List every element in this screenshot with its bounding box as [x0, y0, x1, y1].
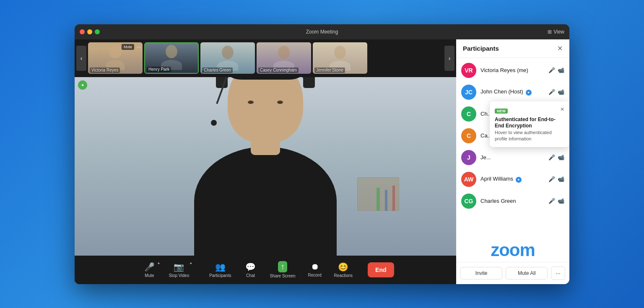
- tooltip-title: Authenticated for End-to-End Encryption: [495, 116, 564, 129]
- stop-video-label: Stop Video: [169, 273, 189, 278]
- mute-all-button[interactable]: Mute All: [506, 267, 548, 280]
- more-options-victoria[interactable]: ···: [137, 44, 141, 50]
- close-panel-button[interactable]: ✕: [557, 44, 563, 52]
- toolbar: 🎤 Mute ▲ 📷 Stop Video ▲ 👥 Participants 💬…: [75, 256, 456, 284]
- speaker-silhouette: [177, 77, 353, 256]
- thumbnail-name-victoria: Victoria Reyes: [90, 67, 120, 73]
- title-bar: Zoom Meeting ⊞ View: [75, 24, 569, 39]
- participant-item-victoria[interactable]: VR Victoria Reyes (me) 🎤 📹: [456, 60, 569, 81]
- participant-icons-charles: 🎤 📹: [548, 198, 564, 204]
- view-label: View: [553, 29, 564, 35]
- panel-title: Participants: [463, 45, 499, 52]
- mic-icon-je: 🎤: [548, 154, 555, 160]
- participant-name-april: April Williams ●: [480, 176, 544, 183]
- participant-icons-john: 🎤 📹: [548, 89, 564, 95]
- zoom-logo-area: zoom: [456, 236, 569, 262]
- participant-item-april[interactable]: AW April Williams ● 🎤 📹: [456, 168, 569, 190]
- encryption-tooltip: NEW ✕ Authenticated for End-to-End Encry…: [490, 101, 569, 148]
- stop-video-button[interactable]: 📷 Stop Video ▲: [164, 259, 194, 280]
- thumbnail-casey-cunningham[interactable]: Casey Cunningham: [257, 42, 311, 74]
- thumbnail-charles-green[interactable]: 🎤 Charles Green: [200, 42, 255, 74]
- thumbnail-name-charles: Charles Green: [202, 67, 233, 73]
- chat-label: Chat: [246, 273, 255, 278]
- chat-button[interactable]: 💬 Chat: [238, 259, 263, 280]
- thumbnail-name-jennifer: Jennifer Stone: [314, 67, 345, 73]
- mic-icon-victoria: 🎤: [548, 67, 555, 73]
- participant-item-john[interactable]: JC John Chen (Host) ● 🎤 📹: [456, 81, 569, 103]
- strip-next-button[interactable]: ›: [444, 46, 454, 71]
- reactions-button[interactable]: 😊 Reactions: [329, 259, 358, 280]
- cam-icon-victoria: 📹: [558, 67, 564, 73]
- reactions-label: Reactions: [334, 273, 353, 278]
- panel-footer: Invite Mute All ···: [456, 262, 569, 284]
- avatar-ch: C: [461, 106, 476, 122]
- tooltip-header-left: NEW: [495, 106, 508, 114]
- reactions-icon: 😊: [338, 262, 348, 272]
- thumbnail-victoria-reyes[interactable]: Mute ··· Victoria Reyes: [88, 42, 143, 74]
- mic-icon-april: 🎤: [548, 176, 555, 182]
- thumbnail-henry-park[interactable]: Henry Park: [144, 42, 199, 74]
- avatar-charles: CG: [461, 194, 476, 209]
- thumbnail-jennifer-stone[interactable]: Jennifer Stone: [313, 42, 367, 74]
- share-screen-label: Share Screen: [270, 274, 295, 278]
- main-speaker-video: ●: [75, 77, 456, 256]
- participant-name-je: Je...: [480, 154, 544, 160]
- camera-icon: 📷: [174, 262, 184, 272]
- cam-icon-je: 📹: [558, 154, 564, 160]
- record-icon: ⏺: [311, 262, 319, 272]
- maximize-window-button[interactable]: [95, 29, 100, 34]
- microphone-icon: 🎤: [144, 262, 155, 272]
- close-window-button[interactable]: [80, 29, 85, 34]
- avatar-ca: C: [461, 128, 476, 143]
- thumbnail-name-henry: Henry Park: [147, 67, 171, 72]
- main-content: ‹ Mute ··· Victoria Reyes: [75, 39, 569, 284]
- participant-icons-je: 🎤 📹: [548, 154, 564, 160]
- mute-label: Mute: [145, 273, 154, 278]
- share-screen-icon: ↑: [278, 261, 287, 272]
- end-meeting-button[interactable]: End: [368, 262, 394, 277]
- invite-button[interactable]: Invite: [460, 267, 502, 280]
- share-screen-button[interactable]: ↑ Share Screen: [265, 259, 300, 281]
- new-badge: NEW: [495, 109, 508, 114]
- video-area: ‹ Mute ··· Victoria Reyes: [75, 39, 456, 284]
- participant-item-je[interactable]: J Je... 🎤 📹: [456, 147, 569, 168]
- view-icon: ⊞: [548, 29, 552, 35]
- active-speaker-indicator: ●: [78, 80, 87, 90]
- avatar-john: JC: [461, 85, 476, 100]
- participants-panel: Participants ✕ VR Victoria Reyes (me) 🎤 …: [456, 39, 569, 284]
- thumbnail-name-casey: Casey Cunningham: [258, 67, 299, 73]
- record-label: Record: [308, 273, 321, 277]
- participant-item-charles[interactable]: CG Charles Green 🎤 📹: [456, 190, 569, 212]
- mic-icon-charles: 🎤: [548, 198, 555, 204]
- participants-label: Participants: [209, 273, 231, 278]
- chat-icon: 💬: [245, 262, 256, 272]
- zoom-logo: zoom: [491, 240, 535, 260]
- tooltip-header: NEW ✕: [495, 106, 564, 114]
- more-options-button[interactable]: ···: [551, 267, 565, 280]
- mute-button[interactable]: 🎤 Mute ▲: [137, 259, 162, 280]
- minimize-window-button[interactable]: [87, 29, 92, 34]
- auth-badge-april: ●: [516, 177, 522, 183]
- participant-name-john: John Chen (Host) ●: [480, 88, 544, 96]
- video-chevron-icon[interactable]: ▲: [189, 261, 192, 265]
- host-badge-john: ●: [526, 90, 532, 96]
- traffic-lights: [80, 29, 100, 34]
- cam-icon-charles: 📹: [558, 198, 564, 204]
- tooltip-close-button[interactable]: ✕: [560, 106, 564, 112]
- record-button[interactable]: ⏺ Record: [302, 259, 327, 280]
- avatar-je: J: [461, 150, 476, 165]
- mute-chevron-icon[interactable]: ▲: [157, 261, 161, 265]
- panel-header: Participants ✕: [456, 39, 569, 58]
- participant-name-victoria: Victoria Reyes (me): [480, 67, 544, 73]
- cam-icon-john: 📹: [558, 89, 564, 95]
- participants-icon: 👥: [215, 262, 226, 272]
- view-control[interactable]: ⊞ View: [548, 29, 564, 35]
- participants-button[interactable]: 👥 Participants: [204, 259, 236, 280]
- mute-badge-victoria: Mute: [122, 44, 134, 50]
- tooltip-body: Hover to view authenticated profile info…: [495, 129, 564, 142]
- participant-icons-april: 🎤 📹: [548, 176, 564, 182]
- window-title: Zoom Meeting: [306, 29, 338, 35]
- participant-strip: ‹ Mute ··· Victoria Reyes: [75, 39, 456, 77]
- strip-prev-button[interactable]: ‹: [76, 46, 86, 71]
- avatar-victoria: VR: [461, 63, 476, 78]
